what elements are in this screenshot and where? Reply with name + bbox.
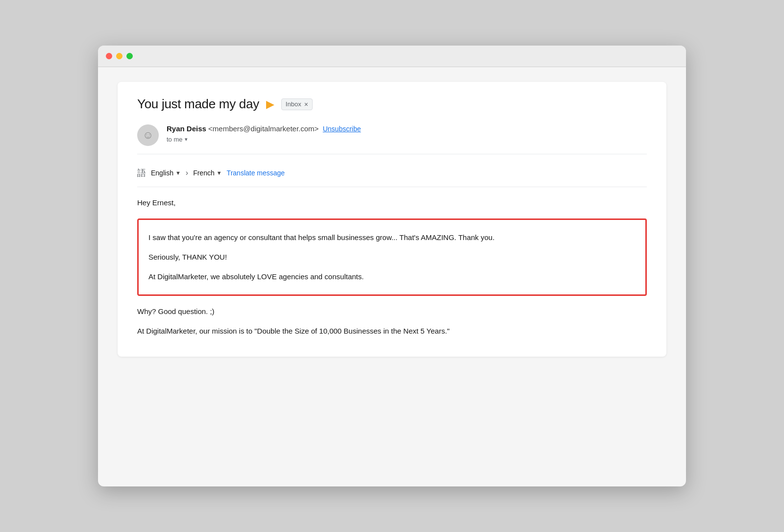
highlighted-content-box: I saw that you're an agency or consultan… (137, 218, 647, 296)
inbox-badge: Inbox × (281, 98, 313, 110)
to-me-text: to me (167, 136, 183, 143)
translate-direction-arrow: › (186, 169, 188, 177)
avatar: ☺ (137, 124, 159, 146)
sender-info: Ryan Deiss <members@digitalmarketer.com>… (167, 123, 647, 143)
highlighted-paragraph-1: I saw that you're an agency or consultan… (148, 232, 636, 243)
to-me-arrow: ▾ (185, 136, 188, 143)
source-language-arrow: ▼ (175, 170, 181, 176)
sender-name-line: Ryan Deiss <members@digitalmarketer.com>… (167, 123, 647, 135)
sender-email: <members@digitalmarketer.com> (208, 124, 318, 133)
avatar-icon: ☺ (143, 129, 153, 142)
body-paragraph-1: Why? Good question. ;) (137, 306, 647, 317)
inbox-badge-label: Inbox (286, 100, 301, 108)
source-language-label: English (151, 169, 173, 177)
sender-name: Ryan Deiss (167, 124, 206, 133)
minimize-button[interactable] (116, 53, 122, 59)
unsubscribe-link[interactable]: Unsubscribe (323, 125, 361, 133)
maximize-button[interactable] (126, 53, 133, 59)
target-language-arrow: ▼ (217, 170, 222, 176)
titlebar (98, 46, 686, 67)
email-body: Hey Ernest, I saw that you're an agency … (137, 197, 647, 337)
subject-row: You just made my day ▶ Inbox × (137, 97, 647, 112)
target-language-select[interactable]: French ▼ (193, 169, 221, 177)
email-container: You just made my day ▶ Inbox × ☺ Ryan De… (118, 82, 666, 357)
to-me-line: to me ▾ (167, 136, 647, 143)
source-language-select[interactable]: English ▼ (151, 169, 181, 177)
sender-row: ☺ Ryan Deiss <members@digitalmarketer.co… (137, 123, 647, 154)
highlighted-paragraph-3: At DigitalMarketer, we absolutely LOVE a… (148, 271, 636, 283)
email-window: You just made my day ▶ Inbox × ☺ Ryan De… (98, 46, 686, 486)
close-button[interactable] (106, 53, 112, 59)
highlighted-paragraph-2: Seriously, THANK YOU! (148, 251, 636, 263)
traffic-lights (106, 53, 133, 59)
body-paragraph-2: At DigitalMarketer, our mission is to "D… (137, 325, 647, 337)
translate-bar: 語 English ▼ › French ▼ Translate message (137, 162, 647, 187)
translate-message-link[interactable]: Translate message (227, 169, 285, 177)
email-subject: You just made my day (137, 97, 259, 112)
send-icon: ▶ (266, 98, 274, 111)
greeting-text: Hey Ernest, (137, 197, 647, 209)
translate-icon: 語 (137, 167, 146, 179)
inbox-badge-close[interactable]: × (304, 100, 308, 108)
target-language-label: French (193, 169, 215, 177)
